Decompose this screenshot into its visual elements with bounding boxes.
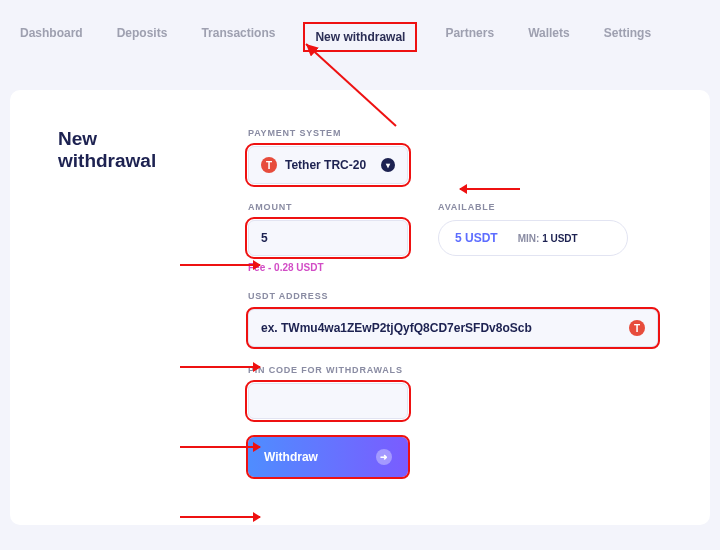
available-amount: 5 USDT xyxy=(455,231,498,245)
amount-label: AMOUNT xyxy=(248,202,408,212)
payment-system-select[interactable]: T Tether TRC-20 ▾ xyxy=(248,146,408,184)
nav-wallets[interactable]: Wallets xyxy=(522,22,576,52)
nav-deposits[interactable]: Deposits xyxy=(111,22,174,52)
payment-system-label: PAYMENT SYSTEM xyxy=(248,128,662,138)
arrow-right-icon: ➜ xyxy=(376,449,392,465)
available-box: 5 USDT MIN: 1 USDT xyxy=(438,220,628,256)
tether-icon: T xyxy=(261,157,277,173)
withdraw-button-label: Withdraw xyxy=(264,450,318,464)
top-nav: Dashboard Deposits Transactions New with… xyxy=(0,0,720,62)
nav-transactions[interactable]: Transactions xyxy=(195,22,281,52)
address-input[interactable] xyxy=(261,321,619,335)
withdraw-button[interactable]: Withdraw ➜ xyxy=(248,437,408,477)
withdrawal-card: Newwithdrawal PAYMENT SYSTEM T Tether TR… xyxy=(10,90,710,525)
min-text: MIN: 1 USDT xyxy=(518,233,578,244)
annotation-arrow-icon xyxy=(460,188,520,190)
chevron-down-icon: ▾ xyxy=(381,158,395,172)
nav-new-withdrawal[interactable]: New withdrawal xyxy=(303,22,417,52)
nav-dashboard[interactable]: Dashboard xyxy=(14,22,89,52)
nav-settings[interactable]: Settings xyxy=(598,22,657,52)
page-title: Newwithdrawal xyxy=(58,128,198,495)
fee-text: Fee - 0.28 USDT xyxy=(248,262,408,273)
payment-system-value: Tether TRC-20 xyxy=(285,158,366,172)
address-field-wrap[interactable]: T xyxy=(248,309,658,347)
pin-label: PIN CODE FOR WITHDRAWALS xyxy=(248,365,662,375)
annotation-arrow-icon xyxy=(180,264,260,266)
nav-partners[interactable]: Partners xyxy=(439,22,500,52)
tether-icon: T xyxy=(629,320,645,336)
annotation-arrow-icon xyxy=(180,366,260,368)
withdrawal-form: PAYMENT SYSTEM T Tether TRC-20 ▾ AMOUNT … xyxy=(248,128,662,495)
annotation-arrow-icon xyxy=(180,516,260,518)
address-label: USDT ADDRESS xyxy=(248,291,662,301)
pin-input[interactable] xyxy=(248,383,408,419)
annotation-arrow-icon xyxy=(180,446,260,448)
available-label: AVAILABLE xyxy=(438,202,628,212)
amount-input[interactable] xyxy=(248,220,408,256)
